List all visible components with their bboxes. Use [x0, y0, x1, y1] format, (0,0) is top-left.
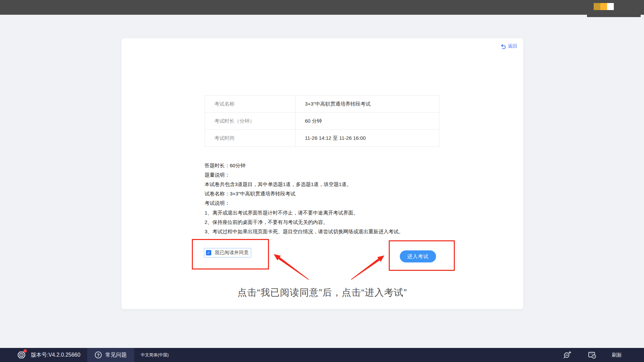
table-row: 考试时间 11-26 14:12 至 11-26 16:00 [205, 130, 439, 147]
exam-instructions: 答题时长：60分钟 题量说明： 本试卷共包含3道题目，其中单选题1道，多选题1道… [205, 161, 460, 237]
instruction-line: 答题时长：60分钟 [205, 161, 460, 170]
version-group: 版本号:V4.2.0.25660 [17, 350, 80, 360]
notification-dot [23, 349, 27, 353]
agree-checkbox-label: 我已阅读并同意 [215, 250, 249, 256]
titlebar-swatch-yellow[interactable] [600, 3, 607, 10]
undo-arrow-icon [500, 43, 506, 49]
arrow-to-agree-box [274, 254, 309, 280]
instruction-line: 题量说明： [205, 170, 460, 180]
svg-text:?: ? [97, 353, 100, 358]
enter-exam-button[interactable]: 进入考试 [400, 250, 436, 262]
instruction-line: 1、离开或退出考试界面答题计时不停止，请不要中途离开考试界面。 [205, 208, 460, 218]
exam-info-card: 返回 考试名称 3+3"中高职贯通培养转段考试 考试时长（分钟） 60 分钟 考… [121, 38, 523, 309]
exam-time-value: 11-26 14:12 至 11-26 16:00 [296, 130, 439, 146]
titlebar-swatch-white[interactable] [607, 3, 614, 10]
faq-button[interactable]: ? 常见问题 [87, 348, 134, 362]
back-button[interactable]: 返回 [500, 43, 517, 49]
titlebar-tab-extension [587, 15, 641, 17]
helper-keypad-icon[interactable]: ? [588, 351, 596, 359]
checkmark-icon: ✓ [207, 251, 210, 255]
footer-bar: 版本号:V4.2.0.25660 ? 常见问题 中文简体(中国) ? 刷新 [0, 348, 644, 362]
table-row: 考试名称 3+3"中高职贯通培养转段考试 [205, 96, 439, 113]
zoom-scale-icon[interactable] [563, 351, 572, 359]
language-selector[interactable]: 中文简体(中国) [141, 352, 169, 358]
arrow-to-enter-box [351, 255, 384, 280]
agree-checkbox-group[interactable]: ✓ 我已阅读并同意 [204, 248, 251, 257]
table-row: 考试时长（分钟） 60 分钟 [205, 113, 439, 130]
exam-duration-label: 考试时长（分钟） [205, 113, 296, 129]
question-circle-icon: ? [95, 351, 102, 359]
exam-info-table: 考试名称 3+3"中高职贯通培养转段考试 考试时长（分钟） 60 分钟 考试时间… [205, 95, 439, 147]
title-bar [0, 0, 644, 15]
exam-time-label: 考试时间 [205, 130, 296, 146]
version-text: 版本号:V4.2.0.25660 [31, 352, 80, 359]
annotation-caption: 点击“我已阅读同意”后，点击“进入考试” [121, 286, 523, 299]
refresh-button[interactable]: 刷新 [612, 352, 622, 358]
exam-name-label: 考试名称 [205, 96, 296, 112]
instruction-line: 考试说明： [205, 199, 460, 208]
back-label: 返回 [508, 43, 517, 49]
faq-label: 常见问题 [105, 352, 127, 359]
svg-text:?: ? [593, 355, 595, 358]
agree-checkbox[interactable]: ✓ [206, 250, 211, 255]
monitor-record-icon[interactable] [17, 350, 26, 360]
footer-right-tools: ? 刷新 [563, 351, 644, 359]
titlebar-swatch-dark-yellow[interactable] [594, 3, 600, 10]
exam-duration-value: 60 分钟 [296, 113, 439, 129]
instruction-line: 试卷名称：3+3"中高职贯通培养转段考试 [205, 189, 460, 199]
exam-name-value: 3+3"中高职贯通培养转段考试 [296, 96, 439, 112]
instruction-line: 3、考试过程中如果出现页面卡死、题目空白情况，请尝试切换网络或退出重新进入考试。 [205, 227, 460, 236]
instruction-line: 2、保持座位前的桌面干净，不要有与考试无关的内容。 [205, 218, 460, 227]
instruction-line: 本试卷共包含3道题目，其中单选题1道，多选题1道，填空题1道。 [205, 180, 460, 189]
